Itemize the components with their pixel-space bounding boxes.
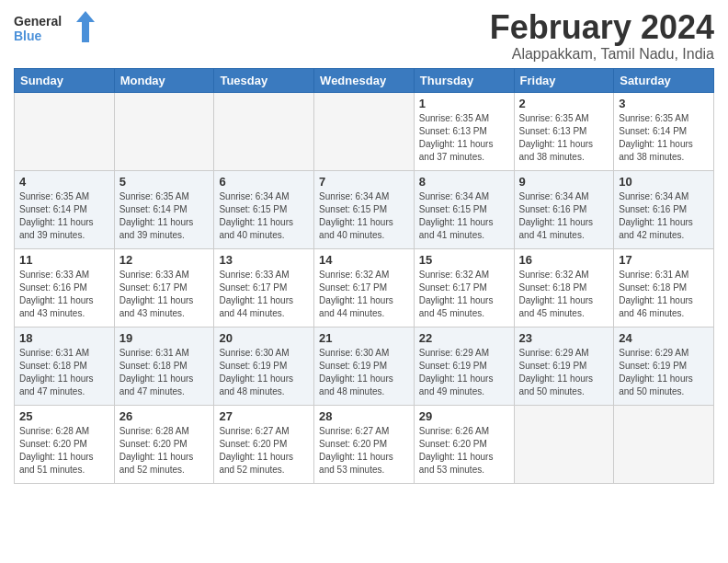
calendar-cell: 20Sunrise: 6:30 AM Sunset: 6:19 PM Dayli… [214,327,314,405]
day-number: 29 [419,409,509,423]
day-number: 14 [319,253,409,267]
calendar-cell: 2Sunrise: 6:35 AM Sunset: 6:13 PM Daylig… [514,92,614,170]
calendar-cell: 13Sunrise: 6:33 AM Sunset: 6:17 PM Dayli… [214,248,314,327]
calendar-cell: 10Sunrise: 6:34 AM Sunset: 6:16 PM Dayli… [614,170,714,248]
calendar-cell [15,92,115,170]
day-number: 12 [119,253,210,267]
col-tuesday: Tuesday [214,68,314,92]
calendar-cell: 16Sunrise: 6:32 AM Sunset: 6:18 PM Dayli… [514,248,614,327]
calendar-cell: 23Sunrise: 6:29 AM Sunset: 6:19 PM Dayli… [514,327,614,405]
day-info: Sunrise: 6:26 AM Sunset: 6:20 PM Dayligh… [419,425,509,477]
day-info: Sunrise: 6:32 AM Sunset: 6:18 PM Dayligh… [519,269,609,320]
week-row-4: 18Sunrise: 6:31 AM Sunset: 6:18 PM Dayli… [15,327,714,405]
svg-text:Blue: Blue [14,29,42,43]
header-row: Sunday Monday Tuesday Wednesday Thursday… [15,68,714,92]
col-sunday: Sunday [15,68,115,92]
day-number: 2 [519,97,609,110]
calendar-cell: 19Sunrise: 6:31 AM Sunset: 6:18 PM Dayli… [114,327,214,405]
day-number: 20 [219,331,309,345]
col-saturday: Saturday [614,68,714,92]
calendar-cell: 15Sunrise: 6:32 AM Sunset: 6:17 PM Dayli… [414,248,514,327]
calendar-cell: 12Sunrise: 6:33 AM Sunset: 6:17 PM Dayli… [114,248,214,327]
day-info: Sunrise: 6:28 AM Sunset: 6:20 PM Dayligh… [19,425,109,477]
day-number: 15 [419,253,509,267]
day-info: Sunrise: 6:32 AM Sunset: 6:17 PM Dayligh… [419,269,509,320]
day-info: Sunrise: 6:31 AM Sunset: 6:18 PM Dayligh… [619,269,709,320]
day-number: 3 [619,97,709,110]
day-number: 9 [519,175,609,189]
calendar-cell: 4Sunrise: 6:35 AM Sunset: 6:14 PM Daylig… [15,170,115,248]
header: General Blue February 2024 Alappakkam, T… [14,9,714,63]
day-number: 18 [19,331,109,345]
calendar-cell: 14Sunrise: 6:32 AM Sunset: 6:17 PM Dayli… [314,248,415,327]
calendar-cell: 27Sunrise: 6:27 AM Sunset: 6:20 PM Dayli… [214,405,314,483]
day-info: Sunrise: 6:33 AM Sunset: 6:16 PM Dayligh… [19,269,109,320]
day-info: Sunrise: 6:34 AM Sunset: 6:16 PM Dayligh… [619,190,709,242]
day-number: 11 [19,253,109,267]
day-info: Sunrise: 6:30 AM Sunset: 6:19 PM Dayligh… [319,347,409,398]
day-info: Sunrise: 6:34 AM Sunset: 6:15 PM Dayligh… [219,190,309,242]
day-info: Sunrise: 6:31 AM Sunset: 6:18 PM Dayligh… [119,347,210,398]
day-number: 19 [119,331,210,345]
day-info: Sunrise: 6:35 AM Sunset: 6:14 PM Dayligh… [619,112,709,164]
day-info: Sunrise: 6:27 AM Sunset: 6:20 PM Dayligh… [319,425,409,477]
calendar-cell [614,405,714,483]
calendar-cell: 29Sunrise: 6:26 AM Sunset: 6:20 PM Dayli… [414,405,514,483]
logo-svg: General Blue [14,9,97,46]
calendar-cell: 24Sunrise: 6:29 AM Sunset: 6:19 PM Dayli… [614,327,714,405]
day-number: 1 [419,97,509,110]
week-row-2: 4Sunrise: 6:35 AM Sunset: 6:14 PM Daylig… [15,170,714,248]
day-info: Sunrise: 6:29 AM Sunset: 6:19 PM Dayligh… [419,347,509,398]
day-number: 4 [19,175,109,189]
calendar-cell: 25Sunrise: 6:28 AM Sunset: 6:20 PM Dayli… [15,405,115,483]
calendar-cell: 26Sunrise: 6:28 AM Sunset: 6:20 PM Dayli… [114,405,214,483]
calendar-cell: 17Sunrise: 6:31 AM Sunset: 6:18 PM Dayli… [614,248,714,327]
day-info: Sunrise: 6:29 AM Sunset: 6:19 PM Dayligh… [619,347,709,398]
calendar-cell: 7Sunrise: 6:34 AM Sunset: 6:15 PM Daylig… [314,170,415,248]
day-number: 5 [119,175,210,189]
day-info: Sunrise: 6:31 AM Sunset: 6:18 PM Dayligh… [19,347,109,398]
day-info: Sunrise: 6:35 AM Sunset: 6:14 PM Dayligh… [19,190,109,242]
calendar-cell: 8Sunrise: 6:34 AM Sunset: 6:15 PM Daylig… [414,170,514,248]
day-number: 17 [619,253,709,267]
day-info: Sunrise: 6:28 AM Sunset: 6:20 PM Dayligh… [119,425,210,477]
day-number: 25 [19,409,109,423]
day-number: 21 [319,331,409,345]
calendar-cell: 1Sunrise: 6:35 AM Sunset: 6:13 PM Daylig… [414,92,514,170]
calendar-cell: 21Sunrise: 6:30 AM Sunset: 6:19 PM Dayli… [314,327,415,405]
day-info: Sunrise: 6:34 AM Sunset: 6:16 PM Dayligh… [519,190,609,242]
day-number: 22 [419,331,509,345]
calendar-cell: 28Sunrise: 6:27 AM Sunset: 6:20 PM Dayli… [314,405,415,483]
calendar-cell [214,92,314,170]
col-friday: Friday [514,68,614,92]
week-row-5: 25Sunrise: 6:28 AM Sunset: 6:20 PM Dayli… [15,405,714,483]
day-info: Sunrise: 6:35 AM Sunset: 6:13 PM Dayligh… [519,112,609,164]
day-info: Sunrise: 6:33 AM Sunset: 6:17 PM Dayligh… [119,269,210,320]
day-info: Sunrise: 6:32 AM Sunset: 6:17 PM Dayligh… [319,269,409,320]
calendar-cell: 22Sunrise: 6:29 AM Sunset: 6:19 PM Dayli… [414,327,514,405]
calendar-table: Sunday Monday Tuesday Wednesday Thursday… [14,68,714,484]
day-info: Sunrise: 6:34 AM Sunset: 6:15 PM Dayligh… [419,190,509,242]
day-info: Sunrise: 6:34 AM Sunset: 6:15 PM Dayligh… [319,190,409,242]
day-number: 26 [119,409,210,423]
calendar-cell: 5Sunrise: 6:35 AM Sunset: 6:14 PM Daylig… [114,170,214,248]
day-number: 10 [619,175,709,189]
calendar-cell: 3Sunrise: 6:35 AM Sunset: 6:14 PM Daylig… [614,92,714,170]
day-number: 28 [319,409,409,423]
logo: General Blue [14,9,97,46]
day-info: Sunrise: 6:35 AM Sunset: 6:13 PM Dayligh… [419,112,509,164]
day-info: Sunrise: 6:35 AM Sunset: 6:14 PM Dayligh… [119,190,210,242]
week-row-1: 1Sunrise: 6:35 AM Sunset: 6:13 PM Daylig… [15,92,714,170]
day-number: 6 [219,175,309,189]
calendar-cell [514,405,614,483]
week-row-3: 11Sunrise: 6:33 AM Sunset: 6:16 PM Dayli… [15,248,714,327]
col-thursday: Thursday [414,68,514,92]
day-info: Sunrise: 6:29 AM Sunset: 6:19 PM Dayligh… [519,347,609,398]
svg-text:General: General [14,14,62,29]
day-number: 27 [219,409,309,423]
calendar-title: February 2024 [490,9,714,46]
day-number: 7 [319,175,409,189]
day-info: Sunrise: 6:27 AM Sunset: 6:20 PM Dayligh… [219,425,309,477]
calendar-cell [314,92,415,170]
calendar-cell: 9Sunrise: 6:34 AM Sunset: 6:16 PM Daylig… [514,170,614,248]
